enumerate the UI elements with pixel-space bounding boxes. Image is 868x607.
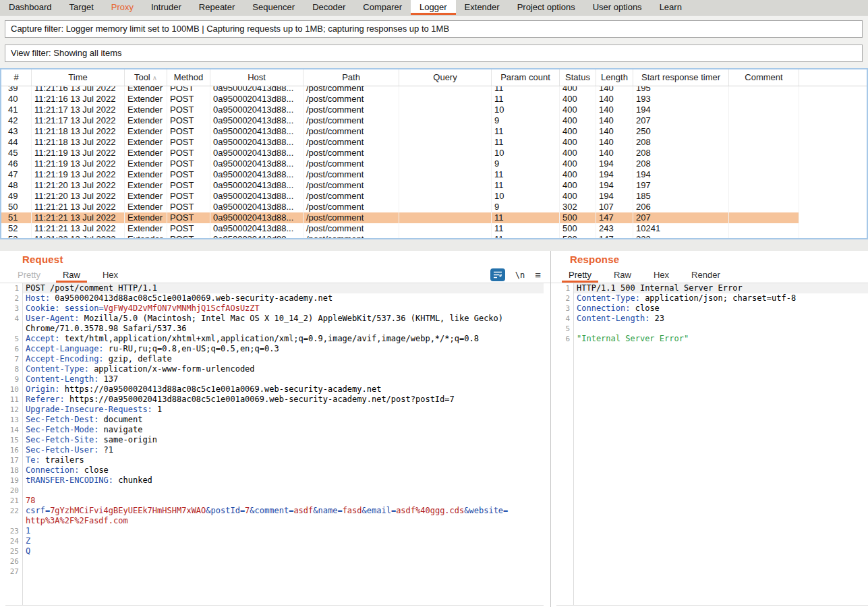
cell: 10241 <box>633 223 729 234</box>
editor-menu-icon[interactable]: ≡ <box>535 268 541 281</box>
log-row-50[interactable]: 5011:21:21 13 Jul 2022ExtenderPOST0a9500… <box>1 202 867 212</box>
column-header-status[interactable]: Status <box>560 69 596 86</box>
line-content: 78 <box>22 496 544 506</box>
cell <box>799 202 867 212</box>
cell: POST <box>167 158 210 169</box>
line-content: http%3A%2F%2Fasdf.com <box>22 516 544 526</box>
column-header-tool[interactable]: Tool∧ <box>125 69 167 86</box>
menu-tab-extender[interactable]: Extender <box>456 0 509 15</box>
log-row-46[interactable]: 4611:21:19 13 Jul 2022ExtenderPOST0a9500… <box>1 158 867 169</box>
cell: 147 <box>596 212 633 223</box>
cell <box>729 234 799 238</box>
cell: /post/comment <box>303 126 399 137</box>
cell: 250 <box>633 126 729 137</box>
column-header-method[interactable]: Method <box>167 69 210 86</box>
menu-tab-user-options[interactable]: User options <box>584 0 651 15</box>
menu-tab-logger[interactable]: Logger <box>411 0 455 15</box>
line-content <box>22 486 544 496</box>
line-number: 2 <box>556 293 573 304</box>
response-tabs: PrettyRawHexRender <box>562 268 736 283</box>
cell: POST <box>167 115 210 126</box>
cell <box>799 137 867 148</box>
menu-tab-dashboard[interactable]: Dashboard <box>0 0 61 15</box>
request-tab-pretty[interactable]: Pretty <box>11 268 47 283</box>
log-row-47[interactable]: 4711:21:19 13 Jul 2022ExtenderPOST0a9500… <box>1 169 867 180</box>
line-number: 7 <box>5 354 22 364</box>
cell: 53 <box>1 234 32 238</box>
cell: /post/comment <box>303 202 399 212</box>
column-header-query[interactable]: Query <box>399 69 492 86</box>
menu-tab-proxy[interactable]: Proxy <box>103 0 142 15</box>
menu-tab-comparer[interactable]: Comparer <box>354 0 411 15</box>
log-row-39[interactable]: 3911:21:16 13 Jul 2022ExtenderPOST0a9500… <box>1 86 867 94</box>
response-editor[interactable]: 1HTTP/1.1 500 Internal Server Error2Cont… <box>556 283 868 606</box>
horizontal-splitter[interactable] <box>0 239 868 251</box>
capture-filter-bar[interactable]: Capture filter: Logger memory limit set … <box>5 20 863 38</box>
response-tab-pretty[interactable]: Pretty <box>562 268 598 283</box>
menu-tab-sequencer[interactable]: Sequencer <box>243 0 303 15</box>
cell: 11:21:21 13 Jul 2022 <box>32 202 125 212</box>
view-filter-bar[interactable]: View filter: Showing all items <box>5 45 863 62</box>
request-tab-hex[interactable]: Hex <box>96 268 125 283</box>
response-tab-render[interactable]: Render <box>685 268 727 283</box>
column-header-param-count[interactable]: Param count <box>492 69 560 86</box>
cell: Extender <box>125 202 167 212</box>
log-row-42[interactable]: 4211:21:17 13 Jul 2022ExtenderPOST0a9500… <box>1 115 867 126</box>
cell: POST <box>167 148 210 158</box>
log-row-44[interactable]: 4411:21:18 13 Jul 2022ExtenderPOST0a9500… <box>1 137 867 148</box>
request-tab-raw[interactable]: Raw <box>56 268 87 283</box>
response-tab-raw[interactable]: Raw <box>607 268 638 283</box>
column-header-host[interactable]: Host <box>210 69 303 86</box>
log-row-41[interactable]: 4111:21:17 13 Jul 2022ExtenderPOST0a9500… <box>1 105 867 115</box>
log-row-52[interactable]: 5211:21:21 13 Jul 2022ExtenderPOST0a9500… <box>1 223 867 234</box>
cell <box>399 126 492 137</box>
line-content: Referer: https://0a9500020413d88ac08c5c1… <box>22 395 544 405</box>
cell: 49 <box>1 191 32 202</box>
cell: 11:21:20 13 Jul 2022 <box>32 191 125 202</box>
cell: 43 <box>1 126 32 137</box>
log-row-53[interactable]: 5311:21:22 13 Jul 2022ExtenderPOST0a9500… <box>1 234 867 238</box>
menu-tab-intruder[interactable]: Intruder <box>142 0 190 15</box>
cell: 302 <box>560 202 596 212</box>
cell: 10 <box>492 191 560 202</box>
cell: Extender <box>125 115 167 126</box>
cell: 208 <box>633 148 729 158</box>
editor-line: 5 <box>556 324 868 334</box>
log-row-49[interactable]: 4911:21:20 13 Jul 2022ExtenderPOST0a9500… <box>1 191 867 202</box>
column-header-#[interactable]: # <box>1 69 32 86</box>
cell <box>399 169 492 180</box>
editor-line: 10Origin: https://0a9500020413d88ac08c5c… <box>5 384 544 395</box>
log-row-48[interactable]: 4811:21:20 13 Jul 2022ExtenderPOST0a9500… <box>1 180 867 191</box>
column-header-time[interactable]: Time <box>32 69 125 86</box>
line-number: 16 <box>5 445 22 455</box>
column-header-length[interactable]: Length <box>596 69 633 86</box>
menu-tab-decoder[interactable]: Decoder <box>303 0 354 15</box>
cell: 194 <box>596 169 633 180</box>
menu-tab-learn[interactable]: Learn <box>651 0 691 15</box>
editor-line: 12Upgrade-Insecure-Requests: 1 <box>5 405 544 415</box>
editor-line: 18Connection: close <box>5 465 544 475</box>
menu-tab-project-options[interactable]: Project options <box>509 0 584 15</box>
cell: 10 <box>492 148 560 158</box>
cell: /post/comment <box>303 180 399 191</box>
menu-tab-target[interactable]: Target <box>61 0 103 15</box>
request-editor[interactable]: 1POST /post/comment HTTP/1.12Host: 0a950… <box>5 283 544 606</box>
response-tab-hex[interactable]: Hex <box>647 268 676 283</box>
cell: 243 <box>596 223 633 234</box>
newline-toggle-icon[interactable]: \n <box>515 270 525 280</box>
editor-line: Chrome/71.0.3578.98 Safari/537.36 <box>5 324 544 334</box>
log-row-45[interactable]: 4511:21:19 13 Jul 2022ExtenderPOST0a9500… <box>1 148 867 158</box>
menu-tab-repeater[interactable]: Repeater <box>190 0 243 15</box>
column-header-path[interactable]: Path <box>303 69 399 86</box>
log-row-43[interactable]: 4311:21:18 13 Jul 2022ExtenderPOST0a9500… <box>1 126 867 137</box>
log-row-40[interactable]: 4011:21:16 13 Jul 2022ExtenderPOST0a9500… <box>1 94 867 105</box>
cell: /post/comment <box>303 158 399 169</box>
cell: 10 <box>492 105 560 115</box>
word-wrap-icon[interactable] <box>490 268 505 281</box>
log-row-51[interactable]: 5111:21:21 13 Jul 2022ExtenderPOST0a9500… <box>1 212 867 223</box>
line-number: 1 <box>5 283 22 293</box>
column-header-start-response-timer[interactable]: Start response timer <box>633 69 729 86</box>
line-content: Cookie: session=VgFWy4D2vMfON7vMNMhjQ1Sc… <box>22 304 544 314</box>
cell: Extender <box>125 191 167 202</box>
column-header-comment[interactable]: Comment <box>729 69 799 86</box>
